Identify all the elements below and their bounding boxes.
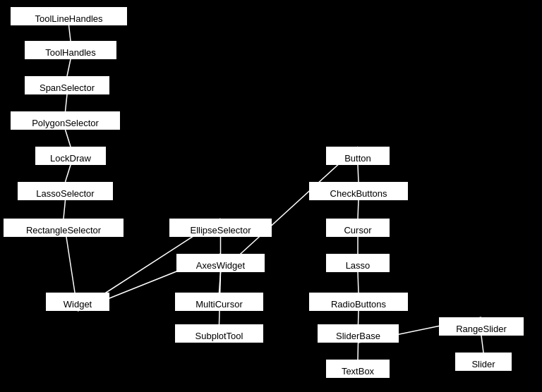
- node-rangeslider: RangeSlider: [439, 317, 524, 336]
- node-button: Button: [326, 147, 390, 165]
- node-toolhandles: ToolHandles: [25, 41, 116, 59]
- node-toollinehandles: ToolLineHandles: [11, 7, 127, 25]
- node-polygonselector: PolygonSelector: [11, 111, 120, 130]
- node-cursor: Cursor: [326, 219, 390, 237]
- svg-line-15: [358, 272, 359, 293]
- node-rectangleselector: RectangleSelector: [4, 219, 124, 237]
- node-multicursor: MultiCursor: [175, 293, 263, 311]
- node-lasso: Lasso: [326, 254, 390, 272]
- node-checkbuttons: CheckButtons: [309, 182, 408, 200]
- node-axeswidget: AxesWidget: [176, 254, 265, 272]
- svg-line-9: [219, 272, 221, 293]
- node-slider: Slider: [455, 353, 512, 371]
- node-lassoselector: LassoSelector: [18, 182, 113, 200]
- node-radiobuttons: RadioButtons: [309, 293, 408, 311]
- node-widget: Widget: [46, 293, 109, 311]
- node-subplottool: SubplotTool: [175, 324, 263, 343]
- node-textbox: TextBox: [326, 360, 390, 378]
- node-sliderbase: SliderBase: [318, 324, 399, 343]
- node-lockdraw: LockDraw: [35, 147, 106, 165]
- node-ellipseselector: EllipseSelector: [169, 219, 272, 237]
- node-spanselector: SpanSelector: [25, 76, 109, 94]
